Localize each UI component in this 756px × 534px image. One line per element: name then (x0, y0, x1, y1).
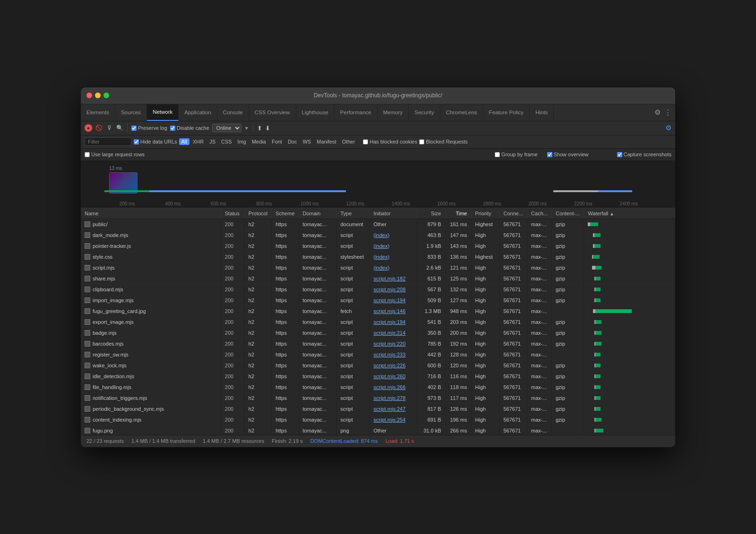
show-overview-checkbox[interactable] (547, 152, 552, 157)
cell-initiator[interactable]: script.mjs:146 (369, 305, 417, 316)
disable-cache-label[interactable]: Disable cache (170, 125, 209, 131)
col-domain[interactable]: Domain (299, 208, 336, 219)
blocked-requests-label[interactable]: Blocked Requests (419, 139, 468, 144)
col-initiator[interactable]: Initiator (369, 208, 417, 219)
cell-initiator[interactable]: script.mjs:247 (369, 403, 417, 414)
col-connection[interactable]: Conne... (499, 208, 527, 219)
col-waterfall[interactable]: Waterfall ▲ (584, 208, 675, 219)
cell-initiator[interactable]: script.mjs:194 (369, 316, 417, 327)
table-row[interactable]: periodic_background_sync.mjs200h2httpsto… (81, 403, 675, 414)
hide-data-urls-label[interactable]: Hide data URLs (134, 139, 177, 144)
settings-icon[interactable]: ⚙ (654, 108, 661, 117)
cell-initiator[interactable]: script.mjs:214 (369, 327, 417, 338)
cell-initiator[interactable]: script.mjs:278 (369, 392, 417, 403)
tab-security[interactable]: Security (409, 104, 440, 121)
filter-type-media[interactable]: Media (249, 138, 268, 145)
table-row[interactable]: idle_detection.mjs200h2httpstomayac...sc… (81, 371, 675, 381)
table-row[interactable]: notification_triggers.mjs200h2httpstomay… (81, 392, 675, 403)
disable-cache-checkbox[interactable] (170, 126, 175, 131)
import-icon[interactable]: ⬆ (257, 125, 262, 132)
table-row[interactable]: fugu.png200h2httpstomayac...pngOther31.0… (81, 425, 675, 435)
table-row[interactable]: public/200h2httpstomayac...documentOther… (81, 219, 675, 229)
col-type[interactable]: Type (336, 208, 369, 219)
filter-type-css[interactable]: CSS (219, 138, 234, 145)
tab-memory[interactable]: Memory (378, 104, 409, 121)
col-name[interactable]: Name (81, 208, 221, 219)
group-by-frame-label[interactable]: Group by frame (495, 152, 537, 157)
col-scheme[interactable]: Scheme (272, 208, 299, 219)
capture-screenshots-label[interactable]: Capture screenshots (617, 152, 672, 157)
table-row[interactable]: badge.mjs200h2httpstomayac...scriptscrip… (81, 327, 675, 338)
cell-initiator[interactable]: script.mjs:194 (369, 295, 417, 305)
blocked-requests-checkbox[interactable] (419, 139, 424, 144)
has-blocked-cookies-checkbox[interactable] (363, 139, 368, 144)
tab-lighthouse[interactable]: Lighthouse (296, 104, 335, 121)
table-row[interactable]: clipboard.mjs200h2httpstomayac...scripts… (81, 284, 675, 295)
filter-type-manifest[interactable]: Manifest (314, 138, 339, 145)
cell-initiator[interactable]: (index) (369, 240, 417, 251)
filter-icon[interactable]: ⊽ (105, 124, 113, 132)
stop-recording-button[interactable]: ● (85, 124, 92, 132)
throttle-dropdown[interactable]: Online (212, 124, 241, 132)
tab-elements[interactable]: Elements (81, 104, 115, 121)
capture-screenshots-checkbox[interactable] (617, 152, 622, 157)
show-overview-label[interactable]: Show overview (547, 152, 589, 157)
export-icon[interactable]: ⬇ (265, 125, 270, 132)
table-row[interactable]: wake_lock.mjs200h2httpstomayac...scripts… (81, 360, 675, 371)
cell-initiator[interactable]: (index) (369, 229, 417, 240)
cell-initiator[interactable]: script.mjs:260 (369, 371, 417, 381)
tab-sources[interactable]: Sources (115, 104, 147, 121)
table-row[interactable]: register_sw.mjs200h2httpstomayac...scrip… (81, 349, 675, 360)
tab-css-overview[interactable]: CSS Overview (249, 104, 296, 121)
tab-performance[interactable]: Performance (335, 104, 378, 121)
table-row[interactable]: file_handling.mjs200h2httpstomayac...scr… (81, 381, 675, 392)
filter-type-font[interactable]: Font (269, 138, 284, 145)
tab-console[interactable]: Console (217, 104, 249, 121)
cell-initiator[interactable]: script.mjs:266 (369, 381, 417, 392)
cell-initiator[interactable]: (index) (369, 251, 417, 262)
cell-initiator[interactable]: script.mjs:220 (369, 338, 417, 349)
cell-initiator[interactable]: script.mjs:208 (369, 284, 417, 295)
col-content[interactable]: Content-... (551, 208, 584, 219)
cell-initiator[interactable]: (index) (369, 262, 417, 273)
tab-chromelens[interactable]: ChromeLens (440, 104, 483, 121)
table-row[interactable]: pointer-tracker.js200h2httpstomayac...sc… (81, 240, 675, 251)
filter-type-ws[interactable]: WS (300, 138, 313, 145)
col-priority[interactable]: Priority (471, 208, 499, 219)
col-protocol[interactable]: Protocol (244, 208, 271, 219)
filter-type-doc[interactable]: Doc (285, 138, 300, 145)
cell-initiator[interactable]: script.mjs:254 (369, 414, 417, 425)
hide-data-urls-checkbox[interactable] (134, 139, 139, 144)
tab-application[interactable]: Application (179, 104, 217, 121)
col-size[interactable]: Size (417, 208, 445, 219)
col-time[interactable]: Time (445, 208, 471, 219)
use-large-rows-checkbox[interactable] (85, 152, 90, 157)
filter-type-all[interactable]: All (179, 138, 189, 145)
table-row[interactable]: fugu_greeting_card.jpg200h2httpstomayac.… (81, 305, 675, 316)
search-button[interactable]: 🔍 (116, 124, 123, 132)
preserve-log-checkbox[interactable] (131, 126, 137, 131)
requests-table-container[interactable]: Name Status Protocol Scheme Domain Type … (81, 208, 675, 435)
table-row[interactable]: dark_mode.mjs200h2httpstomayac...script(… (81, 229, 675, 240)
more-options-icon[interactable]: ⋮ (664, 108, 671, 117)
settings-gear[interactable]: ⚙ (665, 124, 671, 132)
clear-button[interactable]: 🚫 (95, 124, 103, 132)
filter-type-xhr[interactable]: XHR (190, 138, 206, 145)
cell-initiator[interactable]: script.mjs:233 (369, 349, 417, 360)
col-status[interactable]: Status (221, 208, 244, 219)
filter-input[interactable] (85, 137, 132, 146)
group-by-frame-checkbox[interactable] (495, 152, 500, 157)
has-blocked-cookies-label[interactable]: Has blocked cookies (363, 139, 417, 144)
use-large-rows-label[interactable]: Use large request rows (85, 152, 145, 157)
table-row[interactable]: barcodes.mjs200h2httpstomayac...scriptsc… (81, 338, 675, 349)
cell-initiator[interactable]: script.mjs:182 (369, 273, 417, 284)
filter-type-js[interactable]: JS (207, 138, 218, 145)
filter-type-other[interactable]: Other (340, 138, 358, 145)
tab-network[interactable]: Network (147, 104, 179, 121)
tab-hints[interactable]: Hints (530, 104, 554, 121)
maximize-button[interactable] (103, 93, 109, 98)
cell-initiator[interactable]: script.mjs:226 (369, 360, 417, 371)
minimize-button[interactable] (95, 93, 101, 98)
filter-type-img[interactable]: Img (235, 138, 249, 145)
table-row[interactable]: style.css200h2httpstomayac...stylesheet(… (81, 251, 675, 262)
